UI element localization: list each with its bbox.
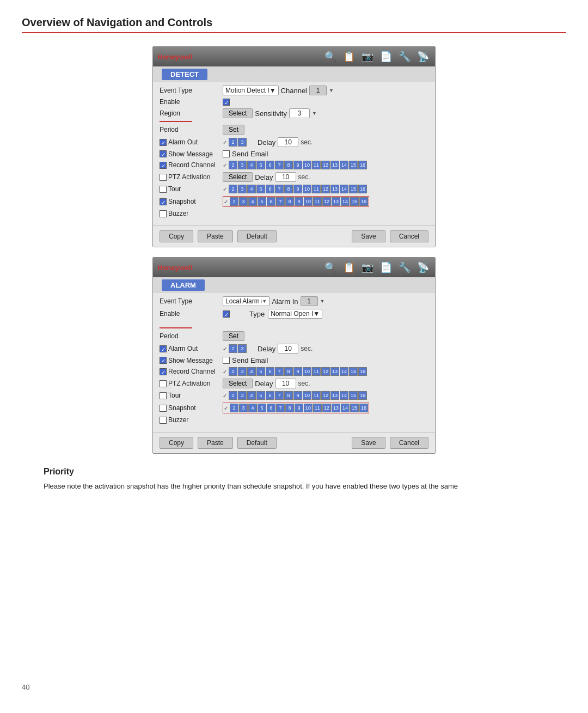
rc-8[interactable]: 8: [284, 161, 293, 169]
alarm-out-checkbox[interactable]: [160, 139, 167, 146]
alarm-search-icon[interactable]: 🔍: [323, 260, 338, 275]
detect-paste-button[interactable]: Paste: [198, 230, 233, 242]
alarm-rc-10[interactable]: 10: [303, 367, 311, 376]
alarm-tour-12[interactable]: 12: [321, 391, 330, 400]
rc-3[interactable]: 3: [238, 161, 247, 169]
ch-2[interactable]: 2: [229, 138, 237, 147]
alarm-tour-14[interactable]: 14: [340, 391, 348, 400]
alarm-rc-11[interactable]: 11: [312, 367, 321, 376]
alarm-rc-13[interactable]: 13: [330, 367, 339, 376]
alarm-rc-16[interactable]: 16: [358, 367, 367, 376]
rc-5[interactable]: 5: [256, 161, 265, 169]
snap-4[interactable]: 4: [248, 197, 257, 206]
tour-9[interactable]: 9: [293, 185, 302, 193]
alarm-in-value[interactable]: 1: [301, 296, 318, 306]
alarm-rc-12[interactable]: 12: [321, 367, 330, 376]
alarm-ptz-checkbox[interactable]: [160, 380, 167, 387]
tour-checkbox[interactable]: [160, 186, 167, 193]
alarm-snap-14[interactable]: 14: [341, 404, 350, 412]
alarm-tour-6[interactable]: 6: [266, 391, 274, 400]
alarm-event-type-dropdown[interactable]: Local Alarm I▼: [223, 296, 270, 306]
event-type-dropdown[interactable]: Motion Detect I▼: [223, 86, 279, 95]
alarm-tour-10[interactable]: 10: [303, 391, 311, 400]
alarm-tour-9[interactable]: 9: [293, 391, 302, 400]
snap-7[interactable]: 7: [276, 197, 285, 206]
tour-6[interactable]: 6: [266, 185, 274, 193]
alarm-rc-8[interactable]: 8: [284, 367, 293, 376]
alarm-tour-16[interactable]: 16: [358, 391, 367, 400]
alarm-rc-15[interactable]: 15: [349, 367, 358, 376]
snap-11[interactable]: 11: [313, 197, 322, 206]
snap-12[interactable]: 12: [322, 197, 331, 206]
rc-9[interactable]: 9: [293, 161, 302, 169]
detect-default-button[interactable]: Default: [237, 230, 277, 242]
alarm-network-icon[interactable]: 📡: [415, 260, 431, 275]
rc-6[interactable]: 6: [266, 161, 274, 169]
alarm-snap-5[interactable]: 5: [258, 404, 266, 412]
alarm-rc-14[interactable]: 14: [340, 367, 348, 376]
tour-3[interactable]: 3: [238, 185, 247, 193]
alarm-show-message-checkbox[interactable]: [160, 357, 167, 364]
settings-icon[interactable]: 🔧: [397, 49, 412, 64]
list-icon[interactable]: 📋: [341, 49, 357, 64]
alarm-snap-9[interactable]: 9: [295, 404, 303, 412]
alarm-delay-value[interactable]: 10: [278, 344, 298, 354]
snap-14[interactable]: 14: [341, 197, 350, 206]
rc-10[interactable]: 10: [303, 161, 311, 169]
detect-copy-button[interactable]: Copy: [160, 230, 193, 242]
alarm-rc-9[interactable]: 9: [293, 367, 302, 376]
region-select-button[interactable]: Select: [223, 108, 253, 118]
detect-tab[interactable]: DETECT: [162, 69, 207, 80]
alarm-document-icon[interactable]: 📄: [378, 260, 394, 275]
tour-5[interactable]: 5: [256, 185, 265, 193]
alarm-tour-11[interactable]: 11: [312, 391, 321, 400]
alarm-settings-icon[interactable]: 🔧: [397, 260, 412, 275]
alarm-rc-5[interactable]: 5: [256, 367, 265, 376]
alarm-snap-13[interactable]: 13: [332, 404, 340, 412]
ch-3[interactable]: 3: [238, 138, 247, 147]
alarm-snap-4[interactable]: 4: [248, 404, 257, 412]
alarm-rc-3[interactable]: 3: [238, 367, 247, 376]
alarm-record-channel-checkbox[interactable]: [160, 368, 167, 375]
tour-10[interactable]: 10: [303, 185, 311, 193]
ptz-select-button[interactable]: Select: [223, 172, 253, 182]
alarm-tour-15[interactable]: 15: [349, 391, 358, 400]
channel-value[interactable]: 1: [309, 86, 327, 95]
snap-8[interactable]: 8: [285, 197, 294, 206]
snap-13[interactable]: 13: [332, 197, 340, 206]
alarm-tour-13[interactable]: 13: [330, 391, 339, 400]
alarm-rc-2[interactable]: 2: [229, 367, 237, 376]
alarm-tab[interactable]: ALARM: [162, 279, 205, 291]
alarm-ptz-delay-value[interactable]: 10: [275, 379, 296, 388]
alarm-rc-7[interactable]: 7: [275, 367, 284, 376]
alarm-camera-icon[interactable]: 📷: [360, 260, 375, 275]
alarm-snap-15[interactable]: 15: [350, 404, 359, 412]
alarm-snap-12[interactable]: 12: [322, 404, 331, 412]
enable-checkbox[interactable]: [223, 99, 230, 106]
detect-save-button[interactable]: Save: [352, 230, 385, 242]
tour-11[interactable]: 11: [312, 185, 321, 193]
alarm-snap-3[interactable]: 3: [239, 404, 248, 412]
alarm-tour-2[interactable]: 2: [229, 391, 237, 400]
rc-2[interactable]: 2: [229, 161, 237, 169]
alarm-snapshot-checkbox[interactable]: [160, 405, 167, 412]
alarm-paste-button[interactable]: Paste: [198, 437, 233, 449]
alarm-tour-3[interactable]: 3: [238, 391, 247, 400]
alarm-ch-2[interactable]: 2: [229, 344, 237, 353]
rc-15[interactable]: 15: [349, 161, 358, 169]
period-set-button[interactable]: Set: [223, 125, 244, 135]
alarm-tour-checkbox[interactable]: [160, 392, 167, 399]
alarm-tour-8[interactable]: 8: [284, 391, 293, 400]
tour-4[interactable]: 4: [247, 185, 256, 193]
alarm-snap-7[interactable]: 7: [276, 404, 285, 412]
alarm-tour-7[interactable]: 7: [275, 391, 284, 400]
rc-12[interactable]: 12: [321, 161, 330, 169]
alarm-tour-4[interactable]: 4: [247, 391, 256, 400]
rc-16[interactable]: 16: [358, 161, 367, 169]
rc-14[interactable]: 14: [340, 161, 348, 169]
rc-13[interactable]: 13: [330, 161, 339, 169]
snap-15[interactable]: 15: [350, 197, 359, 206]
tour-14[interactable]: 14: [340, 185, 348, 193]
alarm-list-icon[interactable]: 📋: [341, 260, 357, 275]
alarm-ch-3[interactable]: 3: [238, 344, 247, 353]
